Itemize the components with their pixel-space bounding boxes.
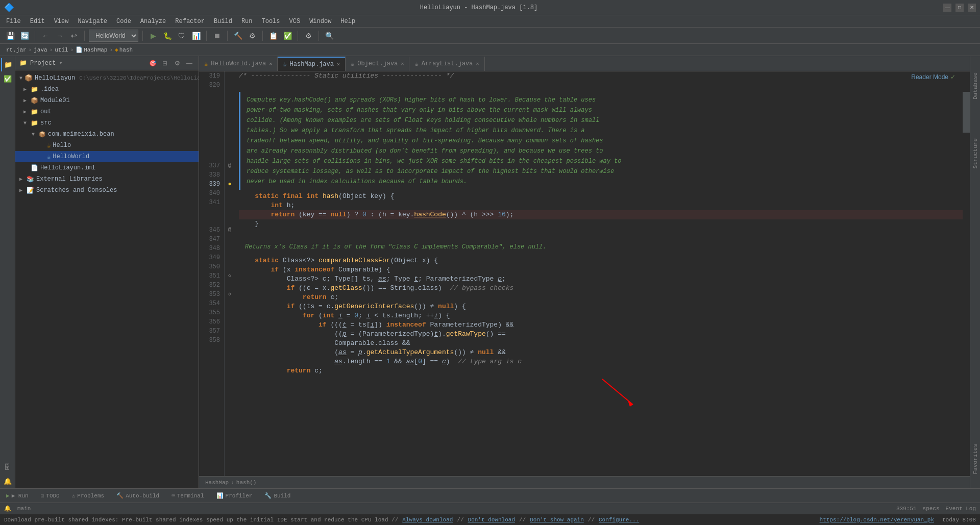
profiler-button[interactable]: 📊 Profiler: [214, 491, 255, 500]
breadcrumb-util[interactable]: util: [55, 47, 68, 53]
panel-close-button[interactable]: —: [184, 58, 194, 68]
favorites-panel-tab[interactable]: Favorites: [971, 440, 979, 478]
project-tool-window-icon[interactable]: 📁: [1, 58, 14, 71]
bottom-breadcrumb-hash[interactable]: hash(): [236, 480, 257, 486]
tree-item-helloworld[interactable]: ☕ HelloWorld: [15, 151, 199, 162]
minimap[interactable]: [963, 71, 970, 476]
terminal-button[interactable]: ⌨ Terminal: [169, 491, 206, 500]
tree-item-scratches[interactable]: ▶ 📝 Scratches and Consoles: [15, 185, 199, 196]
notifications-icon[interactable]: 🔔: [1, 475, 14, 488]
menu-refactor[interactable]: Refactor: [171, 17, 209, 26]
tree-arrow-src: ▼: [23, 120, 29, 126]
breadcrumb-hashmap[interactable]: 📄 HashMap: [76, 46, 107, 53]
tab-hashmap[interactable]: ☕ HashMap.java ✕: [278, 57, 346, 71]
attach-profiler-button[interactable]: 📊: [190, 30, 202, 42]
database-icon[interactable]: 🗄: [1, 461, 14, 474]
panel-settings-button[interactable]: ⚙: [172, 58, 182, 68]
wrappers-button[interactable]: ⚙: [302, 30, 314, 42]
tab-object[interactable]: ☕ Object.java ✕: [346, 57, 409, 71]
run-configuration-select[interactable]: HelloWorld: [89, 30, 138, 42]
search-button[interactable]: 🔍: [323, 30, 335, 42]
gutter-javadoc: [225, 207, 235, 226]
vcs-button[interactable]: 📋: [267, 30, 279, 42]
notification-icon[interactable]: 🔔: [4, 505, 11, 512]
history-button[interactable]: ↩: [68, 30, 80, 42]
event-log-button[interactable]: Event Log: [946, 506, 976, 512]
run-bottom-button[interactable]: ▶ ▶ Run: [4, 491, 31, 500]
tree-item-external-libs[interactable]: ▶ 📚 External Libraries: [15, 173, 199, 185]
stop-button[interactable]: ⏹: [211, 30, 223, 42]
collapse-351[interactable]: ◇: [228, 271, 231, 281]
menu-file[interactable]: File: [2, 17, 25, 26]
menu-help[interactable]: Help: [336, 17, 359, 26]
close-button[interactable]: ✕: [968, 4, 976, 12]
todo-button[interactable]: ☑ TODO: [39, 491, 62, 500]
menu-window[interactable]: Window: [305, 17, 335, 26]
menu-analyze[interactable]: Analyze: [136, 17, 170, 26]
menu-code[interactable]: Code: [112, 17, 135, 26]
build-project-button[interactable]: 🔨: [232, 30, 244, 42]
run-with-coverage-button[interactable]: 🛡: [176, 30, 188, 42]
tree-item-helloliayun[interactable]: ▼ 📦 HelloLiayun C:\Users\32120\IdeaProje…: [15, 72, 199, 84]
brace-340: }: [255, 219, 259, 229]
tab-close-hashmap[interactable]: ✕: [337, 61, 340, 67]
back-button[interactable]: ←: [39, 30, 52, 42]
tree-item-module01[interactable]: ▶ 📦 Module01: [15, 95, 199, 106]
menu-vcs[interactable]: VCS: [285, 17, 305, 26]
git-status[interactable]: main: [17, 506, 31, 512]
tab-close-arraylist[interactable]: ✕: [476, 61, 479, 67]
commit-icon[interactable]: ✅: [1, 72, 14, 86]
project-dropdown-icon[interactable]: ▾: [59, 59, 62, 67]
maximize-button[interactable]: □: [955, 4, 964, 12]
menu-build[interactable]: Build: [210, 17, 236, 26]
breadcrumb-rtjar[interactable]: rt.jar: [6, 47, 27, 53]
auto-build-button[interactable]: 🔨 Auto-build: [114, 491, 161, 500]
menu-edit[interactable]: Edit: [26, 17, 49, 26]
project-label: Project: [30, 60, 56, 67]
collapse-353[interactable]: ◇: [228, 290, 231, 299]
sync-button[interactable]: 🔄: [18, 30, 31, 42]
cursor-position[interactable]: 339:51: [896, 506, 917, 512]
tab-helloworld[interactable]: ☕ HelloWorld.java ✕: [199, 57, 278, 71]
tree-item-hello[interactable]: ☕ Hello: [15, 140, 199, 151]
run-button[interactable]: ▶: [147, 30, 159, 42]
tab-close-object[interactable]: ✕: [401, 61, 404, 67]
tab-arraylist[interactable]: ☕ ArrayList.java ✕: [409, 57, 484, 71]
code-editor[interactable]: /* --------------- Static utilities ----…: [235, 71, 963, 476]
breadcrumb-hash[interactable]: ◆ hash: [115, 46, 133, 53]
menu-run[interactable]: Run: [237, 17, 257, 26]
sdk-button[interactable]: ⚙: [246, 30, 258, 42]
tree-item-iml[interactable]: 📄 HelloLiayun.iml: [15, 162, 199, 173]
breadcrumb-java[interactable]: java: [34, 47, 47, 53]
locate-file-button[interactable]: 🎯: [148, 58, 158, 68]
tab-close-helloworld[interactable]: ✕: [269, 61, 272, 67]
dont-download-link[interactable]: Don't download: [468, 517, 515, 523]
problems-button[interactable]: ⚠ Problems: [70, 491, 106, 500]
minimap-thumb[interactable]: [963, 92, 970, 133]
tree-item-src[interactable]: ▼ 📁 src: [15, 117, 199, 129]
dont-show-again-link[interactable]: Don't show again: [530, 517, 584, 523]
menu-view[interactable]: View: [50, 17, 73, 26]
menu-tools[interactable]: Tools: [258, 17, 284, 26]
commit-button[interactable]: ✅: [281, 30, 293, 42]
title-bar-controls[interactable]: — □ ✕: [943, 4, 976, 12]
configure-link[interactable]: Configure...: [599, 517, 639, 523]
bottom-breadcrumb-hashmap[interactable]: HashMap: [205, 480, 229, 486]
semi-348a: ;: [386, 274, 395, 284]
menu-navigate[interactable]: Navigate: [74, 17, 111, 26]
collapse-all-button[interactable]: ⊟: [160, 58, 170, 68]
build-button[interactable]: 🔧 Build: [262, 491, 292, 500]
tree-item-idea[interactable]: ▶ 📁 .idea: [15, 84, 199, 95]
structure-panel-tab[interactable]: Structure: [971, 134, 979, 172]
tree-item-package[interactable]: ▼ 📦 com.meimeixia.bean: [15, 129, 199, 140]
small-javadoc-box: Returns x's Class if it is of the form "…: [239, 240, 963, 254]
encoding-status[interactable]: specs: [923, 506, 940, 512]
always-download-link[interactable]: Always download: [402, 517, 453, 523]
save-all-button[interactable]: 💾: [4, 30, 16, 42]
forward-button[interactable]: →: [54, 30, 66, 42]
tree-item-out[interactable]: ▶ 📁 out: [15, 106, 199, 117]
debug-button[interactable]: 🐛: [161, 30, 174, 42]
csdn-url-link[interactable]: https://blog.csdn.net/yerenyuan_pk: [820, 517, 934, 523]
database-panel-tab[interactable]: Database: [971, 68, 979, 104]
minimize-button[interactable]: —: [943, 4, 951, 12]
